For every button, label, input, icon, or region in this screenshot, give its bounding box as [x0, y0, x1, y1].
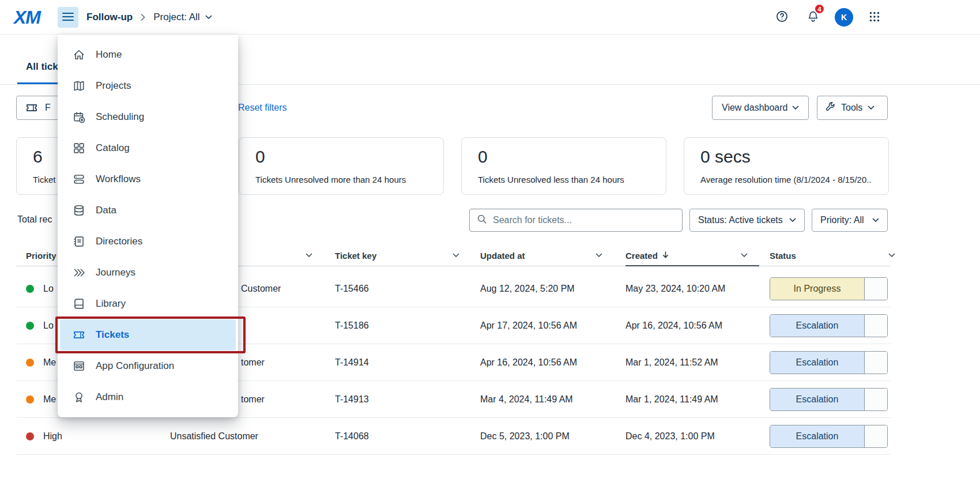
search-input[interactable] [493, 215, 675, 225]
menu-item-label: Directories [96, 236, 142, 247]
chevron-down-icon [205, 15, 212, 20]
tab-all-tickets[interactable]: All tick [26, 61, 58, 73]
chevron-right-icon [141, 14, 145, 21]
menu-item-library[interactable]: Library [60, 288, 236, 319]
chevron-down-icon [864, 315, 887, 337]
menu-item-admin[interactable]: Admin [60, 382, 236, 413]
tools-button[interactable]: Tools [817, 96, 888, 120]
priority-dot [26, 322, 34, 330]
hamburger-icon [62, 12, 74, 23]
tickets-icon [73, 329, 85, 341]
updated-at: Apr 17, 2024, 10:56 AM [480, 321, 577, 331]
breadcrumb-section[interactable]: Follow-up [86, 12, 133, 23]
library-icon [73, 297, 85, 310]
column-chevron-icon[interactable] [595, 253, 602, 258]
column-header-ticket-key[interactable]: Ticket key [335, 250, 376, 260]
column-header-priority[interactable]: Priority [26, 250, 56, 260]
column-chevron-icon[interactable] [888, 253, 895, 258]
nav-menu: Home Projects Scheduling Catalog Workflo… [58, 35, 238, 417]
menu-item-projects[interactable]: Projects [60, 70, 236, 101]
created-at: May 23, 2024, 10:20 AM [625, 284, 725, 294]
menu-item-label: Admin [96, 391, 123, 403]
stat-value: 0 secs [700, 146, 872, 168]
priority-dot [26, 285, 34, 293]
chevron-down-icon [864, 352, 887, 374]
ticket-row-t-14068[interactable]: High Unsatisfied Customer T-14068 Dec 5,… [16, 418, 891, 455]
stat-label: Tickets Unresolved more than 24 hours [255, 175, 427, 184]
status-badge: Escalation [770, 315, 864, 337]
scheduling-icon [73, 111, 85, 123]
ticket-key: T-15186 [335, 321, 369, 331]
column-chevron-icon[interactable] [453, 253, 459, 258]
updated-at: Dec 5, 2023, 1:00 PM [480, 431, 570, 442]
chevron-down-icon [864, 389, 887, 410]
status-badge: Escalation [770, 389, 864, 410]
catalog-icon [73, 142, 85, 154]
menu-item-data[interactable]: Data [60, 195, 236, 226]
menu-item-label: Tickets [96, 329, 129, 341]
menu-item-directories[interactable]: Directories [60, 226, 236, 257]
priority-label: Me [43, 394, 56, 405]
menu-item-catalog[interactable]: Catalog [60, 133, 236, 164]
status-filter-dropdown[interactable]: Status: Active tickets [689, 209, 805, 232]
help-button[interactable] [775, 10, 789, 24]
app-screen: XM Follow-up Project: All 4 K All tick [0, 0, 980, 490]
column-header-status[interactable]: Status [770, 250, 796, 260]
column-chevron-icon[interactable] [741, 253, 748, 258]
ticket-icon [25, 101, 38, 114]
updated-at: Apr 16, 2024, 10:56 AM [480, 357, 577, 368]
menu-item-workflows[interactable]: Workflows [60, 164, 236, 195]
chevron-down-icon [868, 105, 875, 110]
menu-item-journeys[interactable]: Journeys [60, 257, 236, 288]
breadcrumb-project-selector[interactable]: Project: All [153, 12, 212, 23]
ticket-name: tomer [241, 357, 265, 368]
projects-icon [73, 80, 85, 92]
status-badge: Escalation [770, 425, 864, 447]
status-dropdown[interactable]: Escalation [770, 425, 888, 448]
app-config-icon [73, 360, 85, 372]
menu-item-tickets[interactable]: Tickets [60, 319, 236, 350]
menu-item-label: Data [96, 205, 116, 216]
menu-item-scheduling[interactable]: Scheduling [60, 101, 236, 133]
menu-item-label: Library [96, 298, 126, 310]
ticket-name: Customer [241, 284, 281, 294]
status-dropdown[interactable]: Escalation [770, 314, 888, 337]
app-switcher-button[interactable] [868, 11, 881, 24]
column-header-created[interactable]: Created [625, 250, 669, 260]
user-avatar[interactable]: K [835, 8, 853, 27]
ticket-key: T-15466 [335, 284, 369, 294]
chevron-down-icon [872, 218, 879, 223]
view-dashboard-button[interactable]: View dashboard [712, 96, 809, 120]
stat-label: Tickets Unresolved less than 24 hours [478, 175, 650, 184]
menu-item-home[interactable]: Home [60, 39, 236, 70]
stat-card-tickets-unresolved-less-than-24-hours: 0 Tickets Unresolved less than 24 hours [461, 137, 666, 195]
admin-icon [73, 391, 85, 404]
created-at: Mar 1, 2024, 11:49 AM [625, 394, 718, 405]
ticket-name: Unsatisfied Customer [170, 431, 258, 442]
sort-descending-icon [662, 250, 669, 260]
created-at: Dec 4, 2023, 1:00 PM [625, 431, 715, 442]
notification-count-badge: 4 [814, 3, 825, 14]
topbar: XM Follow-up Project: All 4 K [0, 0, 980, 35]
status-dropdown[interactable]: In Progress [770, 277, 888, 300]
column-chevron-icon[interactable] [306, 253, 312, 258]
ticket-key: T-14913 [335, 394, 369, 405]
priority-filter-dropdown[interactable]: Priority: All [812, 209, 888, 232]
status-dropdown[interactable]: Escalation [770, 351, 888, 374]
created-at: Mar 1, 2024, 11:52 AM [625, 357, 718, 368]
menu-item-app-configuration[interactable]: App Configuration [60, 350, 236, 382]
chevron-down-icon [789, 218, 796, 223]
priority-dot [26, 359, 34, 367]
menu-item-label: Home [96, 49, 122, 61]
column-header-updated-at[interactable]: Updated at [480, 250, 525, 260]
priority-label: Me [43, 357, 56, 368]
menu-item-label: App Configuration [96, 360, 174, 372]
status-dropdown[interactable]: Escalation [770, 388, 888, 411]
data-icon [73, 204, 85, 217]
ticket-name: tomer [241, 394, 265, 405]
sorted-column-underline [625, 265, 759, 266]
chevron-down-icon [864, 278, 887, 300]
apps-grid-icon [869, 11, 880, 24]
reset-filters-link[interactable]: Reset filters [238, 103, 287, 113]
hamburger-menu-button[interactable] [58, 7, 78, 28]
